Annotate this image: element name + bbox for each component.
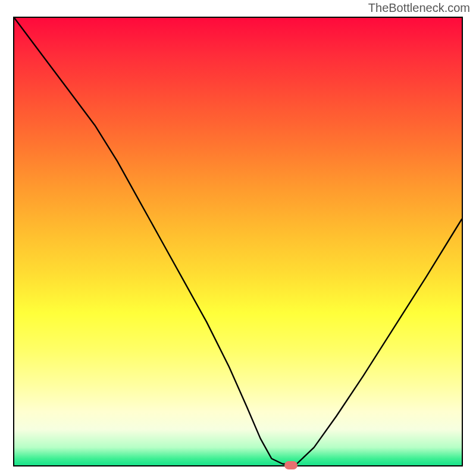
watermark-text: TheBottleneck.com (368, 1, 470, 15)
plot-frame (13, 17, 463, 466)
optimal-point-marker (284, 461, 298, 469)
bottleneck-curve (14, 18, 462, 465)
